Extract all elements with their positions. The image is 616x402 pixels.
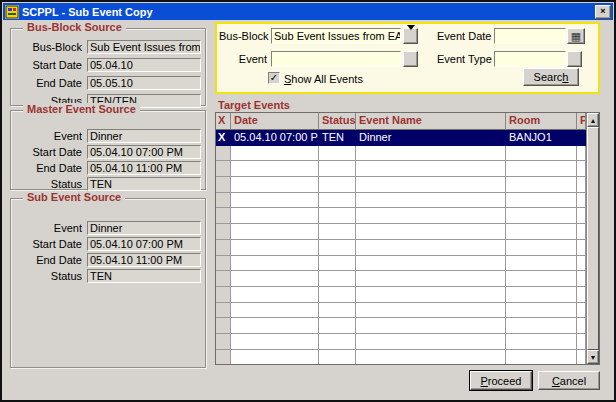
- sub-status-value: TEN: [87, 269, 201, 283]
- table-cell: [506, 193, 577, 209]
- table-row[interactable]: [216, 287, 586, 303]
- table-row[interactable]: [216, 146, 586, 162]
- field-label: End Date: [15, 77, 87, 89]
- table-row[interactable]: [216, 161, 586, 177]
- table-cell: [319, 146, 356, 162]
- table-cell: [356, 303, 506, 319]
- proceed-button[interactable]: Proceed: [470, 371, 532, 390]
- table-cell: [216, 256, 231, 272]
- table-cell: [577, 350, 586, 365]
- event-type-input[interactable]: [494, 51, 566, 67]
- table-cell: [216, 193, 231, 209]
- table-cell: [577, 287, 586, 303]
- table-row[interactable]: [216, 193, 586, 209]
- target-events-title: Target Events: [218, 99, 290, 111]
- table-cell: [577, 146, 586, 162]
- table-row[interactable]: [216, 208, 586, 224]
- table-row[interactable]: [216, 224, 586, 240]
- cancel-button[interactable]: Cancel: [538, 371, 600, 390]
- table-cell: [231, 287, 319, 303]
- cancel-button-label: Cancel: [552, 375, 586, 387]
- field-label: Status: [15, 270, 87, 282]
- table-cell: TEN: [319, 130, 356, 146]
- table-row[interactable]: [216, 240, 586, 256]
- search-button[interactable]: Search: [523, 68, 579, 86]
- table-cell: [216, 303, 231, 319]
- table-cell: [231, 350, 319, 365]
- sub-end-date-value: 05.04.10 11:00 PM: [87, 253, 201, 267]
- table-row[interactable]: [216, 318, 586, 334]
- calendar-button[interactable]: ▦: [567, 28, 585, 44]
- table-cell: [506, 146, 577, 162]
- bus-block-combo[interactable]: Sub Event Issues from EAME: [271, 28, 401, 44]
- table-cell: [356, 318, 506, 334]
- scrollbar-thumb[interactable]: [587, 127, 599, 350]
- table-cell: [216, 318, 231, 334]
- table-cell: [319, 350, 356, 365]
- scroll-up-button[interactable]: ▲: [587, 113, 599, 127]
- bus-block-dropdown-button[interactable]: [403, 28, 418, 44]
- table-cell: [216, 240, 231, 256]
- event-input[interactable]: [271, 51, 401, 67]
- table-cell: [231, 193, 319, 209]
- table-cell: BANJO1: [506, 130, 577, 146]
- master-status-value: TEN: [87, 177, 201, 191]
- group-title-bus-block-source: Bus-Block Source: [23, 21, 126, 33]
- table-row[interactable]: [216, 350, 586, 365]
- group-bus-block-source: Bus-Block Source Bus-Block Sub Event Iss…: [10, 28, 206, 106]
- table-cell: [356, 271, 506, 287]
- close-button[interactable]: ×: [595, 5, 611, 19]
- show-all-events-checkbox[interactable]: ✓: [268, 72, 280, 84]
- table-cell: [577, 193, 586, 209]
- column-header-status: Status: [319, 113, 356, 130]
- table-cell: [231, 303, 319, 319]
- table-cell: [319, 177, 356, 193]
- table-cell: [319, 256, 356, 272]
- scroll-up-icon: ▲: [590, 117, 597, 124]
- target-events-body: X05.04.10 07:00 PMTENDinnerBANJO1: [216, 130, 586, 365]
- table-cell: [577, 303, 586, 319]
- table-cell: [506, 240, 577, 256]
- table-cell: [506, 334, 577, 350]
- table-cell: [356, 287, 506, 303]
- event-lov-button[interactable]: [403, 51, 418, 67]
- field-label: Event: [15, 130, 87, 142]
- scroll-down-icon: ▼: [590, 354, 597, 361]
- table-cell: [216, 271, 231, 287]
- table-row[interactable]: [216, 303, 586, 319]
- table-cell: [506, 224, 577, 240]
- calendar-icon: ▦: [571, 31, 581, 42]
- event-type-lov-button[interactable]: [567, 51, 582, 67]
- table-cell: [216, 224, 231, 240]
- table-row[interactable]: [216, 177, 586, 193]
- column-header-p: P: [577, 113, 586, 130]
- table-cell: [356, 334, 506, 350]
- event-type-label: Event Type: [437, 53, 491, 65]
- table-row[interactable]: [216, 256, 586, 272]
- table-cell: [506, 271, 577, 287]
- bus-block-source-value: Sub Event Issues from EAME: [87, 40, 201, 54]
- table-row-selected[interactable]: X05.04.10 07:00 PMTENDinnerBANJO1: [216, 130, 586, 146]
- target-events-header-row: XDateStatusEvent NameRoomP: [216, 113, 586, 130]
- end-date-source-value: 05.05.10: [87, 76, 201, 90]
- scroll-down-button[interactable]: ▼: [587, 350, 599, 364]
- table-cell: [216, 350, 231, 365]
- table-cell: [216, 177, 231, 193]
- table-cell: [231, 208, 319, 224]
- vertical-scrollbar[interactable]: ▲ ▼: [586, 113, 599, 364]
- show-all-events-label: Show All Events: [284, 73, 363, 85]
- table-cell: [231, 161, 319, 177]
- titlebar[interactable]: SCPPL - Sub Event Copy ×: [3, 3, 613, 20]
- table-cell: Dinner: [356, 130, 506, 146]
- table-cell: [356, 350, 506, 365]
- event-date-input[interactable]: [494, 28, 566, 44]
- table-row[interactable]: [216, 271, 586, 287]
- table-cell: [231, 318, 319, 334]
- search-button-label: Search: [534, 71, 569, 83]
- target-events-grid: XDateStatusEvent NameRoomP X05.04.10 07:…: [216, 113, 586, 364]
- table-row[interactable]: [216, 334, 586, 350]
- table-cell: [577, 271, 586, 287]
- window-icon: [5, 5, 19, 19]
- column-header-date: Date: [231, 113, 319, 130]
- column-header-event-name: Event Name: [356, 113, 506, 130]
